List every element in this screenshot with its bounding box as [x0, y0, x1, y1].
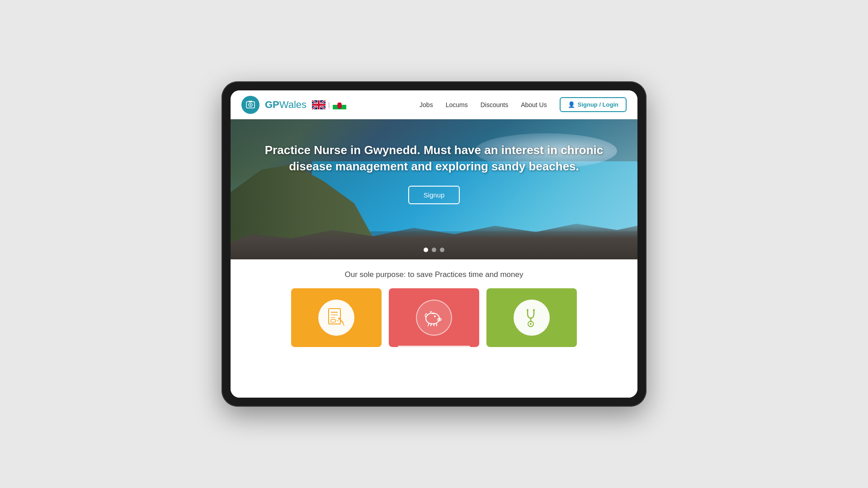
nav-jobs[interactable]: Jobs [420, 101, 433, 108]
svg-point-21 [439, 319, 440, 320]
svg-point-33 [533, 309, 535, 311]
logo-text: GPWales [265, 99, 307, 111]
logo-icon [241, 96, 259, 114]
jobs-card[interactable] [291, 288, 382, 347]
user-icon: 👤 [568, 101, 575, 108]
card-active-indicator [398, 346, 470, 347]
locums-card[interactable] [486, 288, 577, 347]
piggy-bank-icon [423, 306, 445, 329]
flags-area: | [312, 100, 346, 109]
svg-line-27 [436, 323, 437, 326]
signup-login-label: Signup / Login [578, 101, 618, 108]
locums-card-icon-circle [514, 300, 550, 336]
svg-line-25 [431, 324, 431, 326]
document-icon [325, 306, 348, 329]
svg-rect-3 [249, 101, 252, 102]
svg-point-2 [250, 104, 251, 105]
svg-point-17 [338, 318, 340, 319]
svg-point-34 [530, 323, 532, 325]
svg-rect-9 [329, 309, 340, 324]
logo-area: GPWales | [241, 96, 346, 114]
jobs-card-icon-circle [318, 300, 354, 336]
header: GPWales | [231, 90, 637, 119]
logo-wales: Wales [279, 99, 307, 110]
hero-signup-button[interactable]: Signup [408, 186, 460, 204]
hero-dot-2[interactable] [432, 248, 436, 252]
nav-discounts[interactable]: Discounts [481, 101, 508, 108]
uk-flag-icon [312, 100, 326, 109]
svg-point-18 [426, 313, 439, 324]
stethoscope-icon [520, 306, 543, 329]
wales-flag-icon [333, 100, 346, 109]
nav-locums[interactable]: Locums [446, 101, 468, 108]
svg-line-24 [428, 323, 429, 326]
tablet-frame: GPWales | [222, 81, 646, 407]
signup-login-button[interactable]: 👤 Signup / Login [560, 97, 627, 112]
nav-area: Jobs Locums Discounts About Us 👤 Signup … [420, 97, 627, 112]
hero-section: Practice Nurse in Gwynedd. Must have an … [231, 119, 637, 259]
nav-about-us[interactable]: About Us [521, 101, 547, 108]
logo-gp: GP [265, 99, 279, 110]
discounts-card-icon-circle [416, 300, 452, 336]
hero-dot-1[interactable] [424, 248, 428, 252]
svg-point-22 [434, 316, 436, 317]
hero-title: Practice Nurse in Gwynedd. Must have an … [258, 142, 610, 175]
content-section: Our sole purpose: to save Practices time… [231, 259, 637, 398]
hero-carousel-dots [424, 248, 444, 252]
tablet-screen: GPWales | [231, 90, 637, 398]
cards-row [238, 288, 630, 347]
purpose-text: Our sole purpose: to save Practices time… [345, 270, 524, 279]
svg-point-20 [439, 319, 439, 320]
discounts-card[interactable] [389, 288, 479, 347]
hero-dot-3[interactable] [440, 248, 444, 252]
svg-point-32 [527, 309, 528, 311]
hero-content: Practice Nurse in Gwynedd. Must have an … [231, 119, 637, 218]
